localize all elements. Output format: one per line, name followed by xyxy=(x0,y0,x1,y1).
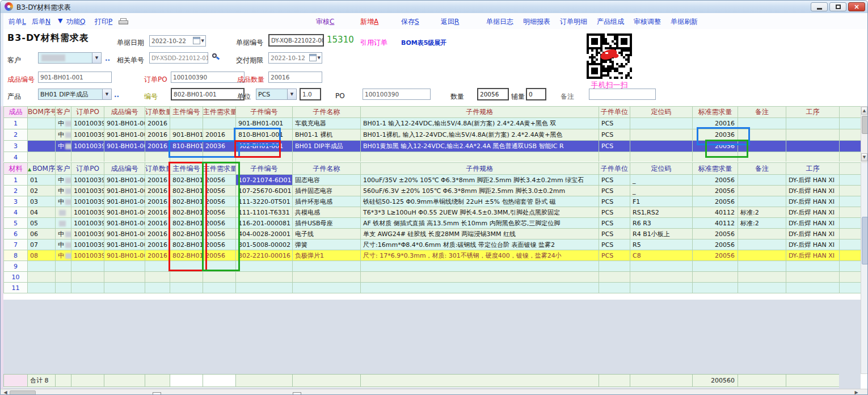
material-grid-scrollbar[interactable] xyxy=(861,162,868,374)
table-row[interactable]: 4 xyxy=(4,152,861,162)
cell-sub_name[interactable] xyxy=(293,272,361,283)
cell-std_qty[interactable] xyxy=(693,283,738,293)
cell-order_po[interactable]: 100100390 xyxy=(71,129,104,141)
scroll-down-icon[interactable]: ▼ xyxy=(861,153,867,161)
cell-main_code[interactable] xyxy=(170,152,203,162)
cell-main_qty[interactable] xyxy=(203,272,236,283)
column-header-position_code[interactable]: 定位码 xyxy=(630,107,693,118)
cell-process[interactable] xyxy=(786,283,840,293)
cell-bom_no[interactable]: 04 xyxy=(28,207,56,218)
cell-bom_no[interactable]: 03 xyxy=(28,196,56,207)
cell-process[interactable] xyxy=(786,129,840,141)
cell-sub_name[interactable]: 电子线 xyxy=(293,229,361,239)
cell-main_code[interactable]: 802-BH01-001 xyxy=(170,186,203,196)
cell-remark[interactable] xyxy=(738,272,786,283)
cell-main_qty[interactable] xyxy=(203,118,236,129)
product-more-button[interactable]: .. xyxy=(114,91,119,99)
code-field[interactable]: 802-BH01-001 xyxy=(171,88,245,100)
cell-order_po[interactable] xyxy=(71,283,104,293)
quote-order-link[interactable]: 引用订单 xyxy=(360,38,387,48)
cell-main_qty[interactable] xyxy=(203,261,236,272)
cell-process[interactable]: DY-后焊 HAN XI xyxy=(786,250,840,261)
cell-order_qty[interactable] xyxy=(145,272,170,283)
cell-order_po[interactable] xyxy=(71,272,104,283)
cell-sub_spec[interactable] xyxy=(361,261,599,272)
order-detail-button[interactable]: 订单明细 xyxy=(560,17,587,27)
cell-order_po[interactable]: 100100390 xyxy=(71,207,104,218)
cell-sub_name[interactable] xyxy=(293,152,361,162)
cell-sub_spec[interactable] xyxy=(361,272,599,283)
doc-log-button[interactable]: 单据日志 xyxy=(486,17,513,27)
aux-qty-field[interactable]: 0 xyxy=(526,88,546,100)
cell-row[interactable]: 4 xyxy=(4,207,28,218)
cell-process[interactable] xyxy=(786,261,840,272)
column-header-order_po[interactable]: 订单PO xyxy=(71,107,104,118)
cell-sub_code[interactable]: 301-5008-00002 xyxy=(236,239,293,250)
cell-product_code[interactable]: 901-BH01-001 xyxy=(104,218,145,229)
cell-bom_no[interactable]: 05 xyxy=(28,218,56,229)
cell-row[interactable]: 10 xyxy=(4,272,28,283)
cell-position_code[interactable] xyxy=(630,152,693,162)
cell-order_qty[interactable]: 20016 xyxy=(145,229,170,239)
cell-product_code[interactable]: 901-BH01-001 xyxy=(104,207,145,218)
chevron-down-icon[interactable]: ▼ xyxy=(92,53,101,63)
unit-combo[interactable]: PCS ▼ xyxy=(256,89,297,100)
cell-customer[interactable]: 中 xyxy=(56,129,71,141)
cell-position_code[interactable] xyxy=(630,129,693,141)
cell-customer[interactable]: 中 xyxy=(56,229,71,239)
checkbox[interactable] xyxy=(293,392,301,395)
table-row[interactable]: 3中100100390901-BH01-00120016810-BH01-001… xyxy=(4,141,861,152)
cell-position_code[interactable] xyxy=(630,141,693,152)
cell-main_qty[interactable]: 20056 xyxy=(203,207,236,218)
cell-remark[interactable] xyxy=(738,229,786,239)
table-row[interactable]: 707中100100390901-BH01-00120016802-BH01-0… xyxy=(4,239,861,250)
cell-order_qty[interactable] xyxy=(145,283,170,293)
cell-remark[interactable] xyxy=(738,239,786,250)
scrollbar-thumb[interactable] xyxy=(862,116,868,134)
table-row[interactable]: 303中100100390901-BH01-00120016802-BH01-0… xyxy=(4,196,861,207)
cell-remark[interactable] xyxy=(738,152,786,162)
cell-order_po[interactable]: 100100390 xyxy=(71,250,104,261)
cell-customer[interactable] xyxy=(56,272,71,283)
cell-sub_name[interactable] xyxy=(293,261,361,272)
cell-bom_no[interactable]: 02 xyxy=(28,186,56,196)
chevron-down-icon[interactable]: ▼ xyxy=(287,89,296,99)
chevron-down-icon[interactable]: ▼ xyxy=(102,89,111,99)
cell-bom_no[interactable]: 01 xyxy=(28,175,56,186)
finished-code-field[interactable]: 901-BH01-001 xyxy=(38,72,112,83)
cell-order_po[interactable]: 100100390 xyxy=(71,141,104,152)
column-header-sub_unit[interactable]: 子件单位 xyxy=(599,163,630,175)
cell-sub_unit[interactable] xyxy=(599,283,630,293)
column-header-sub_name[interactable]: 子件名称 xyxy=(293,163,361,175)
cell-sub_name[interactable]: 插件环形电感 xyxy=(293,196,361,207)
table-row[interactable]: 10 xyxy=(4,272,861,283)
cell-position_code[interactable] xyxy=(630,272,693,283)
cell-bom_no[interactable] xyxy=(28,261,56,272)
cell-process[interactable]: DY-后焊 HAN XI xyxy=(786,207,840,218)
cell-row[interactable]: 5 xyxy=(4,218,28,229)
cell-remark[interactable]: 标准:2 xyxy=(738,207,786,218)
cell-sub_code[interactable] xyxy=(236,272,293,283)
cell-main_code[interactable]: 802-BH01-001 xyxy=(170,218,203,229)
column-header-position_code[interactable]: 定位码 xyxy=(630,163,693,175)
cell-order_qty[interactable] xyxy=(145,261,170,272)
functions-button[interactable]: 功能Q xyxy=(66,17,85,27)
column-header-sub_code[interactable]: 子件编号 xyxy=(236,107,293,118)
cell-order_qty[interactable]: 20016 xyxy=(145,186,170,196)
cell-std_qty[interactable]: 20056 xyxy=(693,239,738,250)
cell-main_code[interactable]: 810-BH01-001 xyxy=(170,141,203,152)
cell-row[interactable]: 7 xyxy=(4,239,28,250)
cell-main_code[interactable] xyxy=(170,283,203,293)
cell-order_po[interactable] xyxy=(71,152,104,162)
deadline-field[interactable]: 2022-10-12 ▼ xyxy=(268,52,322,64)
cell-main_qty[interactable]: 20016 xyxy=(203,129,236,141)
cell-position_code[interactable]: _ xyxy=(630,186,693,196)
cell-sub_code[interactable]: 111-3220-0T501 xyxy=(236,196,293,207)
cell-main_code[interactable] xyxy=(170,118,203,129)
cell-main_qty[interactable]: 20056 xyxy=(203,175,236,186)
cell-order_po[interactable]: 100100390 xyxy=(71,175,104,186)
prev-doc-button[interactable]: 前单L xyxy=(9,17,26,27)
cell-remark[interactable] xyxy=(738,261,786,272)
cell-sub_name[interactable]: 插件USB母座 xyxy=(293,218,361,229)
column-header-customer[interactable]: 客户 xyxy=(56,163,71,175)
